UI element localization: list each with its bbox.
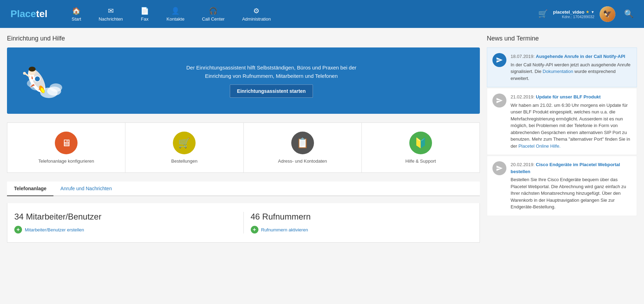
nav-item-start[interactable]: 🏠Start: [63, 0, 90, 28]
left-panel: Einrichtung und Hilfe: [7, 35, 480, 243]
news-icon-news2: [492, 94, 506, 107]
nav-item-kontakte[interactable]: 👤Kontakte: [158, 0, 193, 28]
adress-label: Adress- und Kontodaten: [278, 158, 327, 164]
nav-item-fax[interactable]: 📄Fax: [132, 0, 158, 28]
news-body-news2: Wir haben am 21.02. um 6:30 Uhr morgens …: [511, 102, 631, 150]
news-date-news2: 21.02.2019: Update für unser BLF Produkt: [511, 94, 631, 101]
nachrichten-icon: ✉: [108, 7, 114, 15]
news-headline-link-news2[interactable]: Update für unser BLF Produkt: [536, 94, 601, 99]
hilfe-label: Hilfe & Support: [405, 158, 436, 164]
quick-access-cards: 🖥 Telefonanlage konfigurieren 🛒 Bestellu…: [7, 123, 480, 173]
svg-point-18: [23, 72, 26, 75]
start-label: Start: [72, 16, 81, 22]
svg-point-2: [50, 83, 62, 92]
news-title: News und Termine: [487, 35, 637, 42]
news-item-news3: 20.02.2019: Cisco Endgeräte im Placetel …: [487, 156, 637, 216]
plus-circle-icon: +: [14, 226, 22, 233]
nachrichten-label: Nachrichten: [98, 16, 123, 22]
user-name: placetel_video: [553, 9, 584, 15]
send-icon: [496, 165, 503, 172]
plus-circle-icon-2: +: [251, 226, 258, 233]
bestellungen-icon-circle: 🛒: [173, 132, 196, 154]
stat-rufnummern: 46 Rufnummern + Rufnummern aktivieren: [251, 212, 473, 233]
banner-rocket-illustration: [17, 54, 73, 107]
star-icon: ★: [586, 9, 590, 14]
send-icon: [496, 57, 503, 64]
logo-area: Placetel: [3, 0, 63, 28]
news-headline-link-news3[interactable]: Cisco Endgeräte im Placetel Webportal be…: [511, 162, 620, 174]
news-body-news1: In der Call Notify-API werden jetzt auch…: [511, 61, 631, 82]
kontakte-label: Kontakte: [167, 16, 184, 22]
kontakte-icon: 👤: [171, 7, 180, 15]
svg-point-10: [35, 76, 40, 82]
main-nav: 🏠Start✉Nachrichten📄Fax👤Kontakte🎧Call Cen…: [63, 0, 538, 28]
telefonanlage-label: Telefonanlage konfigurieren: [38, 158, 94, 164]
news-content-news2: 21.02.2019: Update für unser BLF Produkt…: [511, 94, 631, 149]
fax-icon: 📄: [140, 7, 149, 15]
news-headline-link-news1[interactable]: Ausgehende Anrufe in der Call Notify-API: [536, 54, 625, 59]
administration-icon: ⚙: [253, 7, 259, 15]
banner-text-line1: Der Einrichtungsassistent hilft Selbstst…: [80, 64, 462, 72]
banner-text-area: Der Einrichtungsassistent hilft Selbstst…: [73, 64, 469, 98]
banner-text-line2: Einrichtung von Rufnummern, Mitarbeitern…: [80, 72, 462, 80]
setup-banner: Der Einrichtungsassistent hilft Selbstst…: [7, 47, 480, 114]
rufnummern-action-label: Rufnummern aktivieren: [261, 227, 308, 232]
avatar[interactable]: 🦅: [600, 6, 615, 22]
news-item-news1: 18.07.2019: Ausgehende Anrufe in der Cal…: [487, 47, 637, 87]
mitarbeiter-number: 34 Mitarbeiter/Benutzer: [14, 212, 236, 222]
news-icon-news1: [492, 53, 506, 67]
einrichtung-title: Einrichtung und Hilfe: [7, 35, 480, 42]
card-telefonanlage[interactable]: 🖥 Telefonanlage konfigurieren: [7, 123, 125, 172]
user-kdnr: Kdnr.: 1704289032: [562, 15, 594, 19]
cart-icon[interactable]: 🛒: [538, 9, 548, 18]
avatar-image: 🦅: [600, 6, 615, 22]
card-hilfe[interactable]: 🔰 Hilfe & Support: [362, 123, 480, 172]
news-link-news1[interactable]: Dokumentation: [543, 69, 573, 74]
search-icon[interactable]: 🔍: [621, 6, 637, 22]
user-info: placetel_video ★ ▼ Kdnr.: 1704289032: [553, 9, 594, 19]
nav-item-administration[interactable]: ⚙Administration: [233, 0, 279, 28]
card-adress[interactable]: 📋 Adress- und Kontodaten: [244, 123, 362, 172]
news-date-news3: 20.02.2019: Cisco Endgeräte im Placetel …: [511, 161, 631, 175]
anrufe-tab[interactable]: Anrufe und Nachrichten: [53, 181, 119, 196]
svg-point-14: [29, 67, 36, 72]
logo-place: Place: [10, 8, 36, 19]
adress-icon-circle: 📋: [291, 132, 314, 154]
news-body-news3: Bestellen Sie Ihre Cisco Endgeräte beque…: [511, 176, 631, 210]
stat-divider: [243, 212, 244, 233]
card-bestellungen[interactable]: 🛒 Bestellungen: [125, 123, 243, 172]
callcenter-icon: 🎧: [209, 7, 218, 15]
nav-item-callcenter[interactable]: 🎧Call Center: [193, 0, 233, 28]
mitarbeiter-action-label: Mitarbeiter/Benutzer erstellen: [25, 227, 84, 232]
setup-wizard-button[interactable]: Einrichtungsassistent starten: [230, 84, 313, 98]
chevron-down-icon: ▼: [591, 10, 594, 14]
callcenter-label: Call Center: [202, 16, 225, 22]
news-content-news1: 18.07.2019: Ausgehende Anrufe in der Cal…: [511, 53, 631, 82]
administration-label: Administration: [242, 16, 271, 22]
header-right: 🛒 placetel_video ★ ▼ Kdnr.: 1704289032 🦅…: [538, 6, 641, 22]
main-content: Einrichtung und Hilfe: [0, 28, 644, 250]
right-panel: News und Termine 18.07.2019: Ausgehende …: [487, 35, 637, 243]
tab-bar: TelefonanlageAnrufe und Nachrichten: [7, 181, 480, 196]
main-header: Placetel 🏠Start✉Nachrichten📄Fax👤Kontakte…: [0, 0, 644, 28]
telefonanlage-icon-circle: 🖥: [55, 132, 78, 154]
news-link-news2[interactable]: Placetel Online Hilfe.: [518, 143, 561, 149]
user-dropdown[interactable]: placetel_video ★ ▼: [553, 9, 594, 15]
news-content-news3: 20.02.2019: Cisco Endgeräte im Placetel …: [511, 161, 631, 210]
mitarbeiter-action[interactable]: + Mitarbeiter/Benutzer erstellen: [14, 226, 236, 233]
fax-label: Fax: [141, 16, 149, 22]
bestellungen-label: Bestellungen: [171, 158, 197, 164]
nav-item-nachrichten[interactable]: ✉Nachrichten: [90, 0, 131, 28]
logo: Placetel: [10, 8, 47, 20]
send-icon: [496, 97, 503, 104]
hilfe-icon-circle: 🔰: [409, 132, 432, 154]
news-icon-news3: [492, 161, 506, 175]
rufnummern-number: 46 Rufnummern: [251, 212, 473, 222]
stat-mitarbeiter: 34 Mitarbeiter/Benutzer + Mitarbeiter/Be…: [14, 212, 236, 233]
logo-tel: tel: [36, 8, 47, 19]
start-icon: 🏠: [72, 7, 81, 15]
news-date-news1: 18.07.2019: Ausgehende Anrufe in der Cal…: [511, 53, 631, 60]
telefonanlage-tab[interactable]: Telefonanlage: [7, 181, 53, 196]
rocket-svg: [17, 54, 70, 107]
rufnummern-action[interactable]: + Rufnummern aktivieren: [251, 226, 473, 233]
